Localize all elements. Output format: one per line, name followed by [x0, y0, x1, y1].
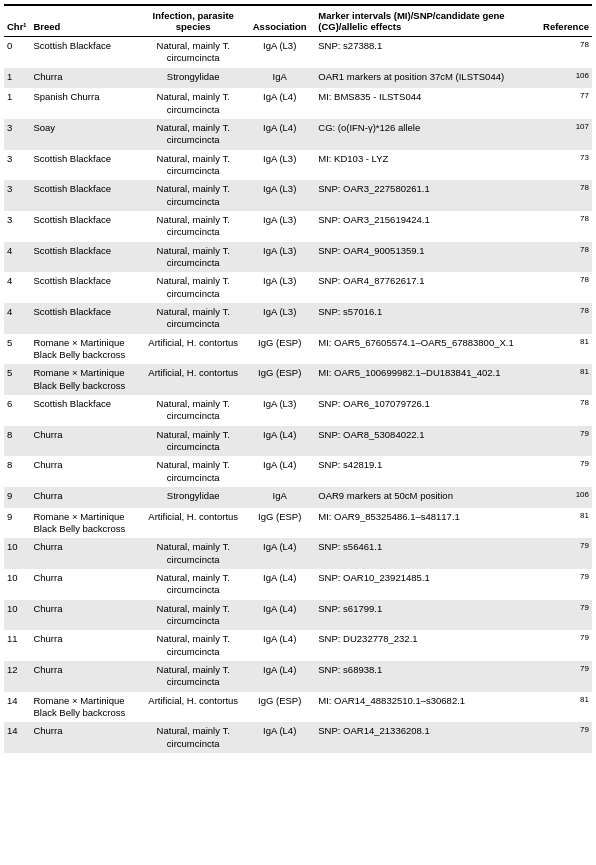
- cell-ref: 79: [539, 722, 592, 753]
- cell-assoc: IgG (ESP): [244, 364, 315, 395]
- cell-infection: Artificial, H. contortus: [142, 334, 244, 365]
- cell-infection: Natural, mainly T. circumcincta: [142, 661, 244, 692]
- cell-breed: Churra: [30, 722, 142, 753]
- cell-breed: Churra: [30, 630, 142, 661]
- cell-infection: Natural, mainly T. circumcincta: [142, 456, 244, 487]
- cell-ref: 78: [539, 211, 592, 242]
- cell-marker: SNP: s42819.1: [315, 456, 539, 487]
- cell-assoc: IgA (L4): [244, 661, 315, 692]
- cell-ref: 81: [539, 508, 592, 539]
- cell-marker: SNP: s61799.1: [315, 600, 539, 631]
- cell-assoc: IgA (L3): [244, 272, 315, 303]
- header-assoc: Association: [244, 5, 315, 37]
- table-row: 3SoayNatural, mainly T. circumcinctaIgA …: [4, 119, 592, 150]
- header-ref: Reference: [539, 5, 592, 37]
- cell-breed: Churra: [30, 456, 142, 487]
- cell-chr: 3: [4, 119, 30, 150]
- cell-assoc: IgA (L3): [244, 180, 315, 211]
- data-table: Chr¹ Breed Infection, parasite species A…: [4, 4, 592, 753]
- cell-ref: 78: [539, 180, 592, 211]
- cell-breed: Churra: [30, 600, 142, 631]
- cell-assoc: IgA (L4): [244, 88, 315, 119]
- table-row: 8ChurraNatural, mainly T. circumcinctaIg…: [4, 456, 592, 487]
- cell-assoc: IgG (ESP): [244, 692, 315, 723]
- cell-chr: 5: [4, 334, 30, 365]
- table-row: 0Scottish BlackfaceNatural, mainly T. ci…: [4, 37, 592, 68]
- cell-marker: MI: OAR14_48832510.1–s30682.1: [315, 692, 539, 723]
- cell-breed: Churra: [30, 68, 142, 89]
- cell-chr: 9: [4, 508, 30, 539]
- cell-marker: SNP: s68938.1: [315, 661, 539, 692]
- cell-chr: 12: [4, 661, 30, 692]
- cell-ref: 79: [539, 456, 592, 487]
- cell-infection: Natural, mainly T. circumcincta: [142, 119, 244, 150]
- cell-marker: MI: OAR9_85325486.1–s48117.1: [315, 508, 539, 539]
- cell-breed: Scottish Blackface: [30, 303, 142, 334]
- cell-ref: 77: [539, 88, 592, 119]
- cell-ref: 81: [539, 692, 592, 723]
- cell-assoc: IgA (L4): [244, 600, 315, 631]
- table-row: 5Romane × Martinique Black Belly backcro…: [4, 364, 592, 395]
- cell-ref: 73: [539, 150, 592, 181]
- cell-breed: Romane × Martinique Black Belly backcros…: [30, 334, 142, 365]
- cell-marker: MI: OAR5_67605574.1–OAR5_67883800_X.1: [315, 334, 539, 365]
- cell-marker: OAR9 markers at 50cM position: [315, 487, 539, 508]
- cell-assoc: IgA (L4): [244, 569, 315, 600]
- cell-marker: SNP: OAR4_87762617.1: [315, 272, 539, 303]
- cell-infection: Natural, mainly T. circumcincta: [142, 180, 244, 211]
- cell-infection: Strongylidae: [142, 68, 244, 89]
- cell-ref: 78: [539, 395, 592, 426]
- table-body: 0Scottish BlackfaceNatural, mainly T. ci…: [4, 37, 592, 754]
- cell-marker: CG: (o(IFN-γ)*126 allele: [315, 119, 539, 150]
- table-row: 9ChurraStrongylidaeIgAOAR9 markers at 50…: [4, 487, 592, 508]
- cell-infection: Natural, mainly T. circumcincta: [142, 722, 244, 753]
- cell-breed: Scottish Blackface: [30, 37, 142, 68]
- cell-marker: OAR1 markers at position 37cM (ILSTS044): [315, 68, 539, 89]
- cell-ref: 79: [539, 569, 592, 600]
- cell-marker: MI: BMS835 - ILSTS044: [315, 88, 539, 119]
- cell-breed: Romane × Martinique Black Belly backcros…: [30, 692, 142, 723]
- cell-assoc: IgA (L4): [244, 538, 315, 569]
- cell-infection: Natural, mainly T. circumcincta: [142, 272, 244, 303]
- cell-infection: Natural, mainly T. circumcincta: [142, 303, 244, 334]
- cell-assoc: IgA (L3): [244, 37, 315, 68]
- table-row: 3Scottish BlackfaceNatural, mainly T. ci…: [4, 211, 592, 242]
- cell-chr: 11: [4, 630, 30, 661]
- cell-chr: 10: [4, 569, 30, 600]
- cell-chr: 10: [4, 600, 30, 631]
- cell-marker: SNP: OAR3_227580261.1: [315, 180, 539, 211]
- cell-ref: 78: [539, 303, 592, 334]
- cell-marker: SNP: s56461.1: [315, 538, 539, 569]
- cell-breed: Churra: [30, 661, 142, 692]
- cell-breed: Churra: [30, 426, 142, 457]
- cell-assoc: IgA (L3): [244, 242, 315, 273]
- cell-assoc: IgA (L3): [244, 211, 315, 242]
- cell-ref: 78: [539, 242, 592, 273]
- cell-infection: Natural, mainly T. circumcincta: [142, 395, 244, 426]
- cell-chr: 3: [4, 180, 30, 211]
- header-marker: Marker intervals (MI)/SNP/candidate gene…: [315, 5, 539, 37]
- cell-assoc: IgA: [244, 487, 315, 508]
- cell-chr: 1: [4, 88, 30, 119]
- cell-infection: Artificial, H. contortus: [142, 364, 244, 395]
- table-row: 12ChurraNatural, mainly T. circumcinctaI…: [4, 661, 592, 692]
- cell-breed: Churra: [30, 487, 142, 508]
- table-row: 10ChurraNatural, mainly T. circumcinctaI…: [4, 538, 592, 569]
- cell-assoc: IgA (L4): [244, 630, 315, 661]
- cell-ref: 78: [539, 272, 592, 303]
- table-container: Chr¹ Breed Infection, parasite species A…: [0, 0, 596, 757]
- table-row: 8ChurraNatural, mainly T. circumcinctaIg…: [4, 426, 592, 457]
- cell-breed: Churra: [30, 569, 142, 600]
- table-row: 14Romane × Martinique Black Belly backcr…: [4, 692, 592, 723]
- cell-ref: 79: [539, 426, 592, 457]
- cell-marker: SNP: OAR14_21336208.1: [315, 722, 539, 753]
- cell-chr: 8: [4, 456, 30, 487]
- cell-chr: 6: [4, 395, 30, 426]
- cell-ref: 81: [539, 334, 592, 365]
- cell-assoc: IgG (ESP): [244, 508, 315, 539]
- cell-ref: 81: [539, 364, 592, 395]
- cell-breed: Churra: [30, 538, 142, 569]
- cell-infection: Natural, mainly T. circumcincta: [142, 150, 244, 181]
- cell-ref: 78: [539, 37, 592, 68]
- table-row: 3Scottish BlackfaceNatural, mainly T. ci…: [4, 180, 592, 211]
